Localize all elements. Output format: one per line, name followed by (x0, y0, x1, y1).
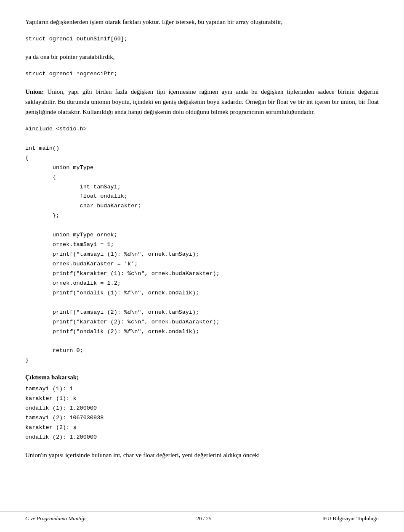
footer-left: C ve Programlama Mantığı (25, 515, 86, 522)
footer-center: 20 / 25 (196, 515, 211, 522)
paragraph-pointer: ya da ona bir pointer yaratabilirdik, (25, 52, 379, 62)
code-struct-array: struct ogrenci butunSinif[60]; (25, 34, 379, 44)
code-main: #include <stdio.h> int main() { union my… (25, 124, 379, 365)
paragraph-intro: Yapıların değişkenlerden işlem olarak fa… (25, 17, 379, 27)
page-content: Yapıların değişkenlerden işlem olarak fa… (25, 17, 379, 460)
footer: C ve Programlama Mantığı 20 / 25 IEU Bil… (0, 511, 404, 522)
output-text: tamsayi (1): 1 karakter (1): k ondalik (… (25, 384, 379, 442)
paragraph-union: Union: Union, yapı gibi birden fazla değ… (25, 87, 379, 117)
output-heading: Çıktısına bakarsak; (25, 374, 379, 381)
code-struct-ptr: struct ogrenci *ogrenciPtr; (25, 69, 379, 79)
closing-text: Union'ın yapısı içerisinde bulunan int, … (25, 450, 379, 460)
footer-right: IEU Bilgisayar Topluluğu (322, 515, 379, 522)
